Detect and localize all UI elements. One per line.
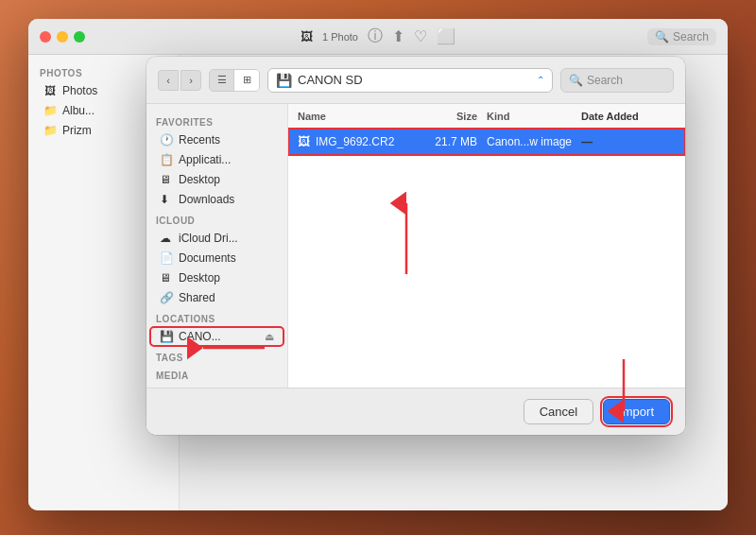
info-icon: ⓘ <box>368 26 383 46</box>
titlebar-center: 🖼 1 Photo ⓘ ⬆ ♡ ⬜ <box>301 26 455 46</box>
import-button[interactable]: Import <box>603 399 670 424</box>
downloads-label: Downloads <box>179 193 234 206</box>
search-icon: 🔍 <box>569 74 583 87</box>
photos-icon: 🖼 <box>43 84 57 97</box>
photos-search[interactable]: 🔍 Search <box>647 28 716 45</box>
back-button[interactable]: ‹ <box>158 70 179 91</box>
close-button[interactable] <box>40 31 51 43</box>
forward-button[interactable]: › <box>180 70 201 91</box>
dialog-toolbar: ‹ › ☰ ⊞ 💾 CANON SD ⌃ 🔍 Search <box>146 57 685 104</box>
share-icon: ⬆ <box>392 27 404 45</box>
file-list-header: Name Size Kind Date Added <box>288 104 685 129</box>
heart-icon: ♡ <box>414 27 427 45</box>
col-header-kind: Kind <box>487 111 581 122</box>
search-icon: 🔍 <box>655 30 669 43</box>
dialog-search[interactable]: 🔍 Search <box>560 68 674 93</box>
desktop-icon: 🖥 <box>160 173 173 186</box>
tags-label: Tags <box>146 347 287 365</box>
nav-buttons: ‹ › <box>158 70 201 91</box>
chevron-down-icon: ⌃ <box>537 75 544 85</box>
albums-icon: 📁 <box>43 104 57 117</box>
locations-label: Locations <box>146 308 287 326</box>
crop-icon: ⬜ <box>437 27 455 45</box>
list-view-button[interactable]: ☰ <box>210 70 234 91</box>
sidebar-item-shared[interactable]: 🔗 Shared <box>150 288 284 307</box>
drive-icon: 💾 <box>276 73 292 88</box>
sidebar-item-icloud-desktop[interactable]: 🖥 Desktop <box>150 268 284 287</box>
col-header-name: Name <box>298 111 411 122</box>
canon-sd-label: CANO... <box>179 330 221 343</box>
maximize-button[interactable] <box>74 31 85 43</box>
icloud-label: iCloud <box>146 210 287 228</box>
sidebar-item-desktop[interactable]: 🖥 Desktop <box>150 170 284 189</box>
file-type-icon: 🖼 <box>298 134 310 148</box>
location-name: CANON SD <box>298 73 363 87</box>
sidebar-item-applications[interactable]: 📋 Applicati... <box>150 150 284 169</box>
dialog-sidebar: Favorites 🕐 Recents 📋 Applicati... 🖥 Des… <box>146 104 288 388</box>
table-row[interactable]: 🖼 IMG_9692.CR2 21.7 MB Canon...w image — <box>288 129 685 155</box>
dialog-footer: Cancel Import <box>146 388 685 435</box>
view-buttons: ☰ ⊞ <box>209 69 260 92</box>
prizm-icon: 📁 <box>43 124 57 137</box>
photos-titlebar: 🖼 1 Photo ⓘ ⬆ ♡ ⬜ 🔍 Search <box>28 19 728 55</box>
sidebar-item-documents[interactable]: 📄 Documents <box>150 249 284 268</box>
file-list-area: Name Size Kind Date Added 🖼 IMG_9692.CR2… <box>288 104 685 388</box>
canon-sd-icon: 💾 <box>160 330 173 343</box>
grid-view-button[interactable]: ⊞ <box>234 70 259 91</box>
documents-icon: 📄 <box>160 251 173 265</box>
shared-icon: 🔗 <box>160 291 173 304</box>
media-label: Media <box>146 365 287 383</box>
applications-icon: 📋 <box>160 153 173 166</box>
file-dialog: ‹ › ☰ ⊞ 💾 CANON SD ⌃ 🔍 Search Favorites … <box>146 57 685 435</box>
photos-icon: 🖼 <box>301 29 313 43</box>
photo-count: 1 Photo <box>322 31 358 43</box>
downloads-icon: ⬇ <box>160 193 173 206</box>
sidebar-item-downloads[interactable]: ⬇ Downloads <box>150 190 284 209</box>
traffic-lights <box>40 31 85 43</box>
dialog-content: Favorites 🕐 Recents 📋 Applicati... 🖥 Des… <box>146 104 685 388</box>
photos-toolbar-right: 🔍 Search <box>647 28 716 45</box>
file-name: IMG_9692.CR2 <box>316 135 411 148</box>
icloud-icon: ☁ <box>160 232 173 245</box>
sidebar-item-icloud-drive[interactable]: ☁ iCloud Dri... <box>150 229 284 248</box>
cancel-button[interactable]: Cancel <box>524 399 593 424</box>
sidebar-item-canon-sd[interactable]: 💾 CANO... ⏏ <box>150 327 284 346</box>
minimize-button[interactable] <box>57 31 68 43</box>
file-date: — <box>581 135 676 148</box>
recents-icon: 🕐 <box>160 133 173 147</box>
favorites-label: Favorites <box>146 112 287 129</box>
search-placeholder: Search <box>587 74 623 87</box>
search-placeholder: Search <box>673 30 709 43</box>
eject-icon[interactable]: ⏏ <box>265 331 274 343</box>
file-kind: Canon...w image <box>487 135 581 148</box>
shared-label: Shared <box>179 291 215 304</box>
sidebar-item-recents[interactable]: 🕐 Recents <box>150 130 284 149</box>
col-header-date: Date Added <box>581 111 676 122</box>
location-dropdown[interactable]: 💾 CANON SD ⌃ <box>267 68 553 93</box>
col-header-size: Size <box>411 111 487 122</box>
icloud-desktop-icon: 🖥 <box>160 271 173 285</box>
file-size: 21.7 MB <box>411 135 487 148</box>
